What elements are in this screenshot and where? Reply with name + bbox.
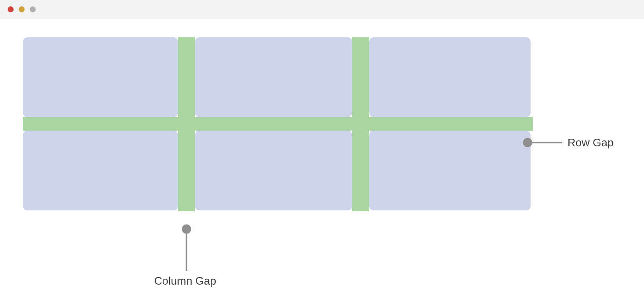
grid-container [23,37,533,211]
window-minimize-button[interactable] [19,6,25,12]
grid-cell [369,37,531,117]
grid-cell [369,131,531,210]
grid-gap-diagram [23,37,533,211]
grid-cell [195,131,352,210]
grid-cell [23,131,178,210]
window-close-button[interactable] [8,6,14,12]
column-gap-label: Column Gap [154,274,216,288]
row-gap-label: Row Gap [568,136,613,149]
window-titlebar [0,0,644,19]
grid-cell [195,37,352,117]
window-zoom-button[interactable] [30,6,36,12]
callout-dot-icon [523,138,532,147]
callout-line [186,234,187,271]
callout-line [532,142,562,143]
callout-dot-icon [182,224,191,234]
grid-cell [23,37,178,117]
